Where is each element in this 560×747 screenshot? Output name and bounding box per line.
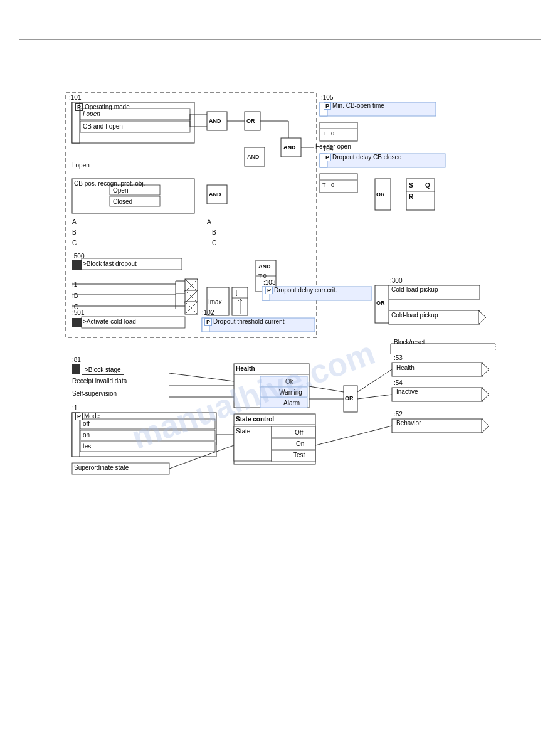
timer-t-label-2: T [322, 182, 326, 188]
p-badge-mode: P [75, 413, 83, 420]
svg-marker-97 [482, 388, 489, 401]
svg-line-109 [169, 445, 234, 469]
state-on: On [296, 440, 304, 447]
p-label-min-cb: PMin. CB-open time [324, 102, 384, 109]
activate-cold-label: >Activate cold-load [83, 318, 136, 325]
behavior-out-ref: :52 [394, 411, 403, 418]
p-label-dropout-cb: PDropout delay CB closed [324, 154, 402, 161]
mode-on: on [83, 432, 90, 438]
superordinate-state: Superordinate state [74, 464, 129, 471]
cold-load-label-2: Cold-load pickup [391, 312, 438, 319]
a-label-left: A [72, 218, 77, 225]
svg-rect-33 [72, 260, 82, 270]
dropout-cb-title: Dropout delay CB closed [332, 154, 402, 161]
health-out-label: Health [396, 364, 415, 371]
svg-line-102 [357, 369, 392, 392]
p-label-mode: PMode [75, 413, 100, 420]
svg-rect-52 [232, 287, 248, 315]
svg-marker-95 [482, 363, 489, 376]
svg-rect-48 [185, 302, 198, 314]
timer-0-label-1: 0 [331, 130, 334, 137]
svg-line-49 [185, 302, 198, 314]
block-fast-label: >Block fast dropout [83, 260, 137, 267]
dropout-curr-title: Dropout delay curr.crit. [274, 287, 337, 294]
svg-line-47 [185, 290, 198, 303]
svg-line-58 [238, 299, 240, 301]
svg-rect-45 [185, 290, 198, 303]
svg-rect-91 [80, 442, 215, 452]
state-label: State [236, 428, 250, 435]
p-badge-operating: P [75, 103, 83, 111]
svg-line-55 [235, 294, 236, 296]
svg-line-110 [315, 426, 392, 445]
top-line [19, 39, 541, 40]
operating-mode-title: Operating mode [85, 103, 130, 110]
svg-marker-71 [478, 310, 486, 324]
block-reset-label: Block/reset [394, 339, 425, 346]
or-gate-lower: OR [345, 395, 354, 401]
health-ok: Ok [285, 378, 293, 385]
or-gate-1: OR [246, 118, 255, 124]
p-label-dropout-thresh: PDropout threshold current [204, 318, 284, 325]
behavior-out-label: Behavior [396, 420, 421, 426]
state-off: Off [295, 429, 303, 436]
state-control-title: State control [236, 416, 274, 423]
inactive-out-ref: :54 [394, 379, 403, 386]
sr-r-label: R [409, 193, 413, 200]
block-stage-container: >Block stage [72, 364, 124, 375]
svg-line-104 [169, 373, 234, 381]
and-gate-block: AND [258, 263, 271, 270]
open-label: Open [113, 187, 128, 194]
closed-label: Closed [113, 198, 132, 205]
svg-rect-90 [80, 430, 215, 440]
svg-rect-85 [272, 438, 315, 450]
state-test: Test [293, 452, 305, 458]
receipt-invalid-label: Receipt invalid data [72, 378, 127, 384]
mode-ref: :1 [72, 405, 77, 411]
p-badge-dropout-thresh: P [204, 318, 212, 326]
a-label-right: A [207, 218, 211, 225]
dropout-thresh-title: Dropout threshold current [213, 318, 284, 325]
svg-rect-78 [260, 376, 307, 386]
mode-title: Mode [84, 413, 100, 420]
cb-i-open-option: CB and I open [83, 123, 123, 130]
svg-rect-15 [245, 147, 265, 166]
block-fast-ref: :500 [72, 253, 84, 260]
page-container: manualhive.com AND [0, 0, 560, 747]
dropout-curr-ref: :103 [263, 279, 275, 286]
timer-t-label-1: T [322, 130, 326, 137]
mode-test: test [83, 443, 93, 450]
cold-load-label-1: Cold-load pickup [391, 286, 438, 293]
timer-0-label-2: 0 [331, 182, 334, 188]
c-label-left: C [72, 240, 77, 246]
cold-load-ref: :300 [390, 277, 402, 284]
ib-label: IB [72, 292, 78, 299]
svg-line-100 [309, 386, 344, 392]
inactive-out-label: Inactive [396, 388, 418, 395]
svg-rect-89 [80, 419, 215, 429]
min-cb-title: Min. CB-open time [332, 102, 384, 109]
c-label-right: C [212, 240, 216, 246]
p-badge-dropout-cb: P [324, 154, 331, 161]
svg-line-44 [185, 279, 198, 292]
svg-text:AND: AND [247, 154, 260, 160]
min-cb-ref: :105 [321, 94, 333, 101]
mode-off: off [83, 420, 90, 427]
self-supervision-label: Self-supervision [72, 390, 117, 397]
health-out-ref: :53 [394, 354, 403, 361]
activate-cold-ref: :501 [72, 309, 84, 316]
i1-label: I1 [72, 281, 77, 288]
and-gate-3: AND [283, 144, 296, 151]
svg-line-56 [236, 294, 238, 296]
svg-rect-63 [72, 318, 82, 327]
health-warning: Warning [279, 389, 302, 396]
dropout-thresh-ref: :102 [202, 309, 214, 316]
and-gate-2: AND [209, 191, 221, 198]
health-alarm: Alarm [283, 400, 300, 406]
watermark: manualhive.com [127, 334, 379, 457]
b-label-right: B [212, 229, 216, 236]
svg-line-46 [185, 290, 198, 303]
sr-s-label: S [409, 182, 413, 189]
p-label-dropout-curr: PDropout delay curr.crit. [265, 287, 337, 294]
block-stage-ref: :81 [72, 356, 81, 363]
